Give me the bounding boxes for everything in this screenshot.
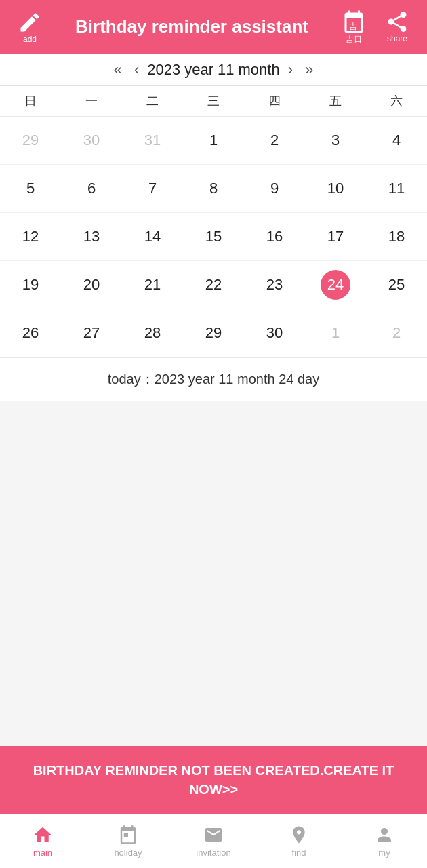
nav-main[interactable]: main bbox=[0, 825, 85, 858]
next-month-button[interactable]: › bbox=[284, 62, 297, 77]
nav-holiday[interactable]: holiday bbox=[85, 825, 171, 858]
prev-year-button[interactable]: « bbox=[110, 62, 126, 77]
jiri-button[interactable]: 吉 吉日 bbox=[335, 9, 373, 45]
cal-day-cell[interactable]: 29 bbox=[0, 117, 61, 164]
cal-day-cell[interactable]: 9 bbox=[244, 165, 305, 212]
cal-week-2: 5 6 7 8 9 10 11 bbox=[0, 165, 427, 213]
cal-day-cell[interactable]: 2 bbox=[366, 309, 427, 357]
cal-week-5: 26 27 28 29 30 1 2 bbox=[0, 309, 427, 357]
nav-holiday-label: holiday bbox=[114, 848, 142, 858]
cal-day-cell[interactable]: 23 bbox=[244, 261, 305, 309]
nav-find-label: find bbox=[292, 848, 306, 858]
cal-month: 11 bbox=[218, 61, 234, 79]
cal-day-cell[interactable]: 17 bbox=[305, 213, 366, 260]
app-title: Birthday reminder assistant bbox=[49, 16, 335, 37]
cal-year: 2023 bbox=[147, 61, 180, 79]
nav-invitation-label: invitation bbox=[196, 848, 230, 858]
cal-day-cell[interactable]: 5 bbox=[0, 165, 61, 212]
weekday-wed: 三 bbox=[183, 86, 244, 116]
weekday-mon: 一 bbox=[61, 86, 122, 116]
next-year-button[interactable]: » bbox=[301, 62, 317, 77]
share-label: share bbox=[387, 34, 407, 43]
today-cell[interactable]: 24 bbox=[305, 261, 366, 309]
prev-month-button[interactable]: ‹ bbox=[130, 62, 143, 77]
cal-day-cell[interactable]: 1 bbox=[305, 309, 366, 357]
cal-week-4: 19 20 21 22 23 24 25 bbox=[0, 261, 427, 309]
nav-main-label: main bbox=[33, 848, 52, 858]
cal-day-cell[interactable]: 3 bbox=[305, 117, 366, 164]
cal-day-cell[interactable]: 1 bbox=[183, 117, 244, 164]
weekday-sat: 六 bbox=[366, 86, 427, 116]
weekday-fri: 五 bbox=[305, 86, 366, 116]
cal-day-cell[interactable]: 31 bbox=[122, 117, 183, 164]
cal-month-label: month bbox=[239, 61, 280, 79]
weekday-thu: 四 bbox=[244, 86, 305, 116]
cal-day-cell[interactable]: 29 bbox=[183, 309, 244, 357]
nav-my[interactable]: my bbox=[342, 825, 427, 858]
cal-week-3: 12 13 14 15 16 17 18 bbox=[0, 213, 427, 261]
cal-day-cell[interactable]: 27 bbox=[61, 309, 122, 357]
cal-day-cell[interactable]: 12 bbox=[0, 213, 61, 260]
bottom-navigation: main holiday invitation find my bbox=[0, 814, 427, 868]
cal-day-cell[interactable]: 28 bbox=[122, 309, 183, 357]
nav-my-label: my bbox=[378, 848, 390, 858]
nav-invitation[interactable]: invitation bbox=[171, 825, 256, 858]
share-button[interactable]: share bbox=[378, 9, 416, 45]
cal-week-1: 29 30 31 1 2 3 4 bbox=[0, 117, 427, 165]
jiri-label: 吉日 bbox=[346, 34, 362, 45]
cal-day-cell[interactable]: 19 bbox=[0, 261, 61, 309]
cal-day-cell[interactable]: 6 bbox=[61, 165, 122, 212]
cal-day-cell[interactable]: 13 bbox=[61, 213, 122, 260]
empty-content-area bbox=[0, 401, 427, 746]
banner-text: BIRTHDAY REMINDER NOT BEEN CREATED.CREAT… bbox=[14, 761, 413, 799]
content-area: « ‹ 2023 year 11 month › » 日 一 二 三 四 五 六… bbox=[0, 54, 427, 814]
weekday-sun: 日 bbox=[0, 86, 61, 116]
today-label: today：2023 year 11 month 24 day bbox=[0, 357, 427, 401]
cal-day-cell[interactable]: 15 bbox=[183, 213, 244, 260]
cal-day-cell[interactable]: 20 bbox=[61, 261, 122, 309]
add-label: add bbox=[23, 35, 37, 44]
nav-find[interactable]: find bbox=[256, 825, 342, 858]
cal-day-cell[interactable]: 11 bbox=[366, 165, 427, 212]
calendar-nav: « ‹ 2023 year 11 month › » bbox=[0, 54, 427, 86]
cal-day-cell[interactable]: 4 bbox=[366, 117, 427, 164]
cal-day-cell[interactable]: 21 bbox=[122, 261, 183, 309]
cal-day-cell[interactable]: 25 bbox=[366, 261, 427, 309]
cal-day-cell[interactable]: 30 bbox=[61, 117, 122, 164]
weekday-tue: 二 bbox=[122, 86, 183, 116]
add-button[interactable]: add bbox=[11, 10, 49, 44]
cal-day-cell[interactable]: 8 bbox=[183, 165, 244, 212]
cal-day-cell[interactable]: 2 bbox=[244, 117, 305, 164]
cal-day-cell[interactable]: 26 bbox=[0, 309, 61, 357]
svg-text:吉: 吉 bbox=[349, 21, 357, 31]
cal-year-label: year bbox=[184, 61, 214, 79]
weekday-header-row: 日 一 二 三 四 五 六 bbox=[0, 86, 427, 117]
app-header: add Birthday reminder assistant 吉 吉日 sha… bbox=[0, 0, 427, 54]
cal-day-cell[interactable]: 16 bbox=[244, 213, 305, 260]
calendar-grid: 日 一 二 三 四 五 六 29 30 31 1 2 3 4 5 6 7 8 9… bbox=[0, 86, 427, 401]
cal-day-cell[interactable]: 22 bbox=[183, 261, 244, 309]
cal-day-cell[interactable]: 30 bbox=[244, 309, 305, 357]
cal-day-cell[interactable]: 14 bbox=[122, 213, 183, 260]
cal-day-cell[interactable]: 10 bbox=[305, 165, 366, 212]
create-reminder-banner[interactable]: BIRTHDAY REMINDER NOT BEEN CREATED.CREAT… bbox=[0, 746, 427, 814]
cal-day-cell[interactable]: 7 bbox=[122, 165, 183, 212]
cal-day-cell[interactable]: 18 bbox=[366, 213, 427, 260]
